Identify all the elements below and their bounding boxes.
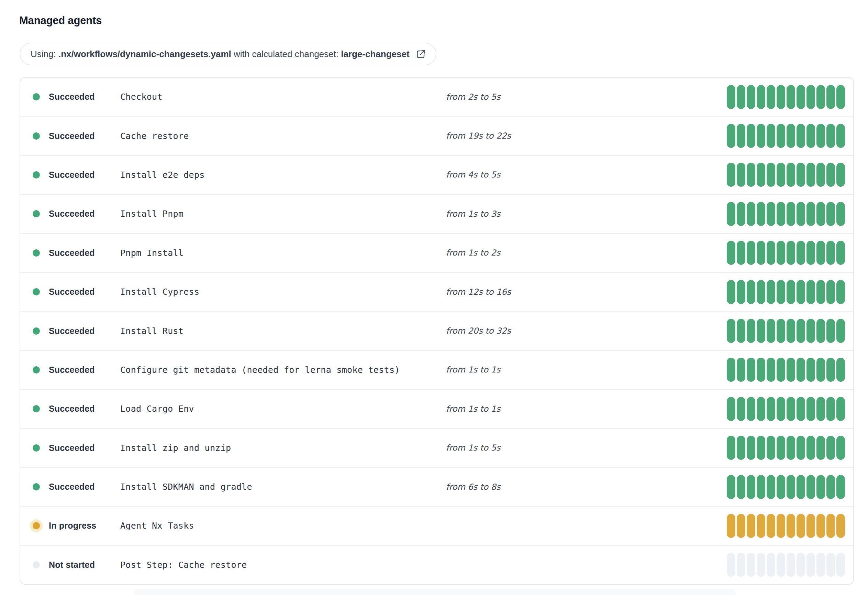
progress-segment — [737, 397, 745, 421]
status-cell: Succeeded — [32, 131, 120, 141]
progress-segment — [827, 436, 835, 460]
progress-segment — [827, 241, 835, 265]
progress-segments — [727, 280, 845, 304]
managed-agents-list: Succeeded Checkout from 2s to 5s Succeed… — [19, 77, 854, 585]
status-label: Succeeded — [49, 131, 95, 141]
progress-segment — [776, 436, 785, 460]
page-title: Managed agents — [19, 15, 102, 27]
agent-step-row[interactable]: Succeeded Install Pnpm from 1s to 3s — [20, 194, 853, 233]
progress-segment — [776, 553, 785, 577]
external-link-icon[interactable] — [416, 49, 426, 59]
progress-segment — [836, 124, 845, 148]
progress-segment — [816, 319, 825, 343]
progress-segment — [767, 280, 775, 304]
agent-step-row[interactable]: Succeeded Checkout from 2s to 5s — [20, 78, 853, 116]
progress-segment — [767, 553, 775, 577]
progress-segment — [727, 202, 735, 226]
agent-step-row[interactable]: In progress Agent Nx Tasks — [20, 506, 853, 545]
progress-segment — [776, 163, 785, 187]
progress-segment — [727, 514, 735, 538]
progress-segments — [727, 163, 845, 187]
progress-segment — [776, 241, 785, 265]
status-dot — [32, 483, 40, 490]
progress-segment — [827, 85, 835, 109]
duration-range: from 1s to 2s — [446, 248, 727, 258]
agent-step-row[interactable]: Succeeded Install e2e deps from 4s to 5s — [20, 155, 853, 194]
duration-range: from 6s to 8s — [446, 482, 727, 492]
progress-segment — [757, 280, 765, 304]
status-dot — [32, 366, 40, 373]
step-name: Agent Nx Tasks — [120, 521, 446, 531]
progress-segment — [747, 514, 755, 538]
status-cell: Succeeded — [32, 287, 120, 297]
progress-segment — [836, 280, 845, 304]
status-label: Succeeded — [49, 443, 95, 453]
progress-segment — [767, 319, 775, 343]
progress-segment — [787, 85, 795, 109]
status-dot — [32, 561, 40, 568]
agent-step-row[interactable]: Succeeded Install Rust from 20s to 32s — [20, 311, 853, 350]
progress-segment — [816, 124, 825, 148]
status-cell: Succeeded — [32, 170, 120, 180]
progress-segment — [816, 397, 825, 421]
progress-segment — [727, 475, 735, 499]
progress-segment — [827, 514, 835, 538]
progress-segments — [727, 358, 845, 382]
progress-segment — [767, 202, 775, 226]
agent-step-row[interactable]: Succeeded Pnpm Install from 1s to 2s — [20, 233, 853, 272]
progress-segment — [797, 436, 805, 460]
progress-segment — [737, 85, 745, 109]
progress-segment — [787, 124, 795, 148]
progress-segment — [776, 85, 785, 109]
progress-segment — [747, 241, 755, 265]
progress-segment — [747, 553, 755, 577]
step-name: Post Step: Cache restore — [120, 560, 446, 570]
duration-range: from 12s to 16s — [446, 287, 727, 297]
status-label: Succeeded — [49, 287, 95, 297]
step-name: Install SDKMAN and gradle — [120, 482, 446, 492]
status-label: Succeeded — [49, 326, 95, 336]
progress-segment — [776, 358, 785, 382]
progress-segment — [737, 436, 745, 460]
progress-segment — [767, 85, 775, 109]
agent-step-row[interactable]: Not started Post Step: Cache restore — [20, 545, 853, 584]
agent-step-row[interactable]: Succeeded Install SDKMAN and gradle from… — [20, 467, 853, 506]
progress-segment — [767, 163, 775, 187]
progress-segment — [737, 358, 745, 382]
progress-segment — [827, 319, 835, 343]
progress-segment — [727, 436, 735, 460]
progress-segments — [727, 553, 845, 577]
workflow-banner[interactable]: Using: .nx/workflows/dynamic-changesets.… — [19, 43, 436, 65]
workflow-banner-prefix: Using: — [31, 49, 58, 59]
agent-step-row[interactable]: Succeeded Cache restore from 19s to 22s — [20, 116, 853, 155]
progress-segment — [776, 202, 785, 226]
status-label: Succeeded — [49, 170, 95, 180]
workflow-path: .nx/workflows/dynamic-changesets.yaml — [58, 49, 231, 59]
progress-segment — [816, 280, 825, 304]
duration-range: from 1s to 1s — [446, 404, 727, 414]
agent-step-row[interactable]: Succeeded Load Cargo Env from 1s to 1s — [20, 389, 853, 428]
progress-segment — [747, 319, 755, 343]
progress-segment — [757, 85, 765, 109]
step-name: Checkout — [120, 92, 446, 102]
progress-segment — [727, 163, 735, 187]
progress-segment — [767, 241, 775, 265]
step-name: Cache restore — [120, 131, 446, 141]
status-dot — [32, 288, 40, 295]
progress-segment — [727, 280, 735, 304]
progress-segment — [806, 85, 815, 109]
progress-segment — [757, 241, 765, 265]
status-cell: Succeeded — [32, 248, 120, 258]
progress-segment — [787, 553, 795, 577]
duration-range: from 20s to 32s — [446, 326, 727, 336]
progress-segments — [727, 319, 845, 343]
progress-segment — [816, 358, 825, 382]
agent-step-row[interactable]: Succeeded Install Cypress from 12s to 16… — [20, 272, 853, 311]
progress-segment — [827, 358, 835, 382]
progress-segment — [827, 475, 835, 499]
duration-range: from 4s to 5s — [446, 170, 727, 179]
progress-segment — [776, 397, 785, 421]
progress-segment — [816, 475, 825, 499]
agent-step-row[interactable]: Succeeded Configure git metadata (needed… — [20, 350, 853, 389]
agent-step-row[interactable]: Succeeded Install zip and unzip from 1s … — [20, 428, 853, 467]
